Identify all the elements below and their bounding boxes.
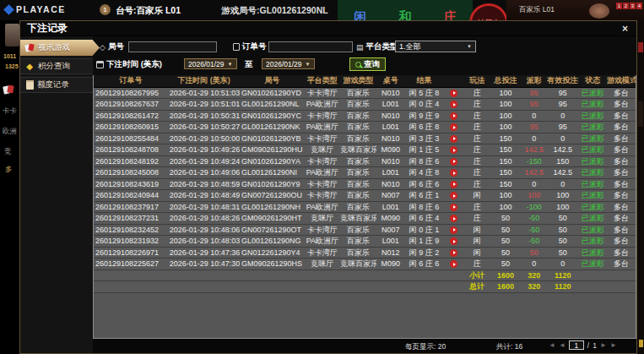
sidebar-item-video-games[interactable]: 视讯游戏 [20, 40, 100, 56]
date-from-value: 2026/01/29 [188, 60, 225, 68]
user-avatar [5, 24, 19, 46]
cell-play: 闲 [464, 224, 490, 236]
brand-logo-icon [3, 4, 14, 15]
order-input[interactable] [268, 41, 353, 52]
col-total-bet: 总投注 [490, 75, 522, 87]
cell-payout: -50 [522, 224, 548, 236]
pagination-bar: 每页显示: 20 共计: 16 ◄ ◄ 1 / 1 ► ► [93, 339, 636, 353]
seat-3[interactable]: 3 [630, 3, 636, 9]
replay-play-icon[interactable] [450, 112, 457, 120]
next-page-icon[interactable]: ► [600, 341, 607, 349]
chevron-down-icon: ▼ [228, 62, 233, 67]
cell-payout: 142.5 [522, 167, 548, 179]
table-body: 260129108267995 2026-01-29 10:51:03 GN01… [94, 87, 636, 270]
prev-page-icon[interactable]: ◄ [559, 341, 566, 349]
platform-select-value: 1.全部 [399, 41, 421, 52]
cell-platform: 卡卡湾厅 [305, 224, 341, 236]
replay-play-icon[interactable] [450, 249, 457, 257]
cell-round: GL001261290NH [240, 201, 304, 213]
cell-round: GN012261290Y4 [240, 247, 304, 259]
cell-mode: 多台 [607, 155, 636, 167]
filter-panel: ◇ 局号 订单号 ▤ 平台类型 1.全部 ▼ [93, 36, 636, 75]
to-label: 至 [245, 59, 253, 70]
tie-bet-area[interactable]: 和 [398, 10, 411, 20]
cell-desk: L001 [376, 167, 405, 179]
cell-play: 庄 [464, 87, 490, 99]
sidebar-item-points-query[interactable]: ◆ 积分查询 [20, 58, 93, 74]
replay-play-icon[interactable] [450, 158, 457, 166]
date-from-picker[interactable]: 2026/01/29 ▼ [184, 58, 237, 69]
cell-total-bet: 100 [490, 87, 522, 99]
document-icon [26, 80, 34, 90]
col-play: 玩法 [464, 75, 490, 87]
cell-mode: 多台 [607, 224, 636, 236]
cell-round: GN007261290OU [240, 190, 304, 202]
cell-platform: 卡卡湾厅 [305, 190, 341, 202]
cell-desk: N007 [376, 190, 405, 202]
cell-time: 2026-01-29 10:50:31 [168, 110, 240, 122]
cell-replay [443, 213, 463, 225]
seat-2[interactable]: 2 [623, 3, 629, 9]
replay-play-icon[interactable] [450, 204, 457, 211]
round-input[interactable] [128, 41, 217, 52]
cell-game-type: 百家乐 [340, 87, 376, 99]
cell-result: 闲 0 庄 1 [405, 224, 444, 236]
replay-play-icon[interactable] [450, 101, 457, 108]
col-payout: 派彩 [522, 75, 548, 87]
cell-result: 闲 6 庄 8 [405, 122, 444, 133]
replay-play-icon[interactable] [450, 146, 457, 154]
cell-result: 闲 9 庄 9 [405, 110, 444, 122]
cell-payout: 0 [522, 133, 548, 144]
cell-time: 2026-01-29 10:49:26 [168, 144, 240, 156]
col-platform: 平台类型 [305, 75, 341, 87]
seat-1[interactable]: 1 [616, 3, 622, 9]
bg-nav-europe[interactable]: 欧洲 [3, 127, 17, 137]
gem-icon: ◆ [24, 63, 35, 71]
video-fragment [638, 101, 643, 127]
cell-order: 260129108225627 [94, 259, 168, 270]
bg-nav-jing[interactable]: 竞 [4, 147, 12, 157]
banker-bet-area[interactable]: 庄 [444, 10, 457, 20]
replay-play-icon[interactable] [450, 123, 457, 131]
first-page-icon[interactable]: ◄ [549, 341, 555, 349]
table-row: 260129108226971 2026-01-29 10:47:36 GN01… [94, 247, 636, 259]
replay-play-icon[interactable] [450, 169, 457, 177]
cell-payout: 50 [522, 247, 548, 259]
cell-total-bet: 150 [490, 155, 522, 167]
search-button[interactable]: 查询 [349, 57, 386, 71]
replay-play-icon[interactable] [450, 135, 457, 143]
sidebar-item-quota-records[interactable]: 额度记录 [20, 77, 93, 93]
replay-play-icon[interactable] [450, 181, 457, 188]
last-page-icon[interactable]: ► [610, 341, 617, 349]
replay-play-icon[interactable] [450, 192, 457, 199]
table-row: 260129108237231 2026-01-29 10:48:26 GM09… [94, 213, 636, 225]
grand-total-total-bet: 1600 [490, 281, 522, 293]
platform-select[interactable]: 1.全部 ▼ [395, 41, 476, 52]
round-filter-label: ◇ 局号 [100, 41, 124, 52]
replay-play-icon[interactable] [450, 237, 457, 245]
close-icon[interactable]: × [622, 24, 628, 34]
bg-nav-kaka[interactable]: 卡卡 [3, 106, 17, 117]
cell-result: 闲 4 庄 8 [405, 167, 444, 179]
bet-records-modal: 下注记录 × 视讯游戏 ◆ 积分查询 额度记录 [19, 20, 637, 354]
replay-play-icon[interactable] [450, 215, 457, 222]
page-number-input[interactable]: 1 [569, 340, 584, 350]
replay-play-icon[interactable] [450, 260, 457, 268]
cell-valid-bet: 95 [547, 122, 578, 133]
cell-mode: 多台 [607, 110, 636, 122]
bg-nav-duo[interactable]: 多 [5, 165, 13, 175]
date-to-picker[interactable]: 2026/01/29 ▼ [262, 58, 315, 69]
player-bet-area[interactable]: 闲 [354, 10, 366, 20]
seat-4[interactable]: 4 [636, 3, 642, 9]
cell-game-type: 竞咪百家乐 [340, 259, 376, 270]
cell-status: 已派彩 [578, 213, 607, 225]
pager: ◄ ◄ 1 / 1 ► ► [549, 340, 617, 350]
col-mode: 游戏模式 [607, 75, 636, 87]
replay-play-icon[interactable] [450, 226, 457, 234]
calendar-icon [96, 61, 104, 68]
game-round-label: 游戏局号:GL001261290NL [221, 5, 328, 17]
col-game-type: 游戏类型 [340, 75, 376, 87]
replay-play-icon[interactable] [450, 90, 457, 97]
cell-status: 已派彩 [578, 190, 607, 202]
cell-valid-bet: 0 [547, 178, 578, 190]
